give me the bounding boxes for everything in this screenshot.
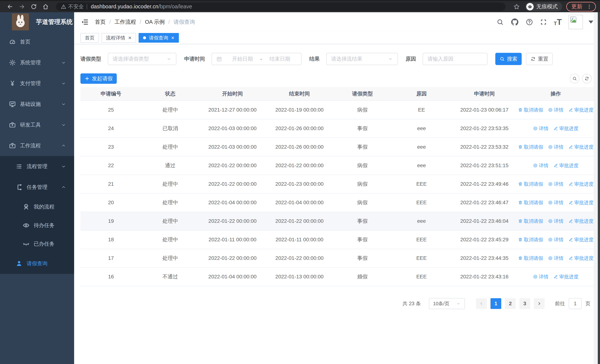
sidebar-item-payment[interactable]: 支付管理 bbox=[0, 73, 74, 94]
detail-link[interactable]: 详情 bbox=[533, 162, 548, 169]
tab-label: 请假查询 bbox=[149, 35, 168, 41]
tab-home[interactable]: 首页 bbox=[80, 33, 99, 43]
detail-link[interactable]: 详情 bbox=[548, 255, 563, 261]
sidebar-item-todo-task[interactable]: 待办任务 bbox=[0, 216, 74, 235]
detail-link[interactable]: 详情 bbox=[533, 274, 548, 280]
detail-link[interactable]: 详情 bbox=[548, 181, 563, 187]
sidebar-item-leave-query[interactable]: 请假查询 bbox=[0, 253, 74, 274]
cell-apply-id: 16 bbox=[80, 268, 141, 286]
sidebar-item-workflow[interactable]: 工作流程 bbox=[0, 135, 74, 156]
chevron-down-icon bbox=[456, 301, 461, 306]
browser-update-button[interactable]: 更新 bbox=[566, 2, 596, 11]
sidebar-item-infra[interactable]: 基础设施 bbox=[0, 94, 74, 114]
close-icon[interactable]: × bbox=[171, 35, 175, 41]
breadcrumb-oa-example[interactable]: OA 示例 bbox=[145, 18, 165, 26]
bookmark-star-icon[interactable] bbox=[513, 3, 520, 10]
sidebar-collapse-icon[interactable] bbox=[81, 18, 89, 26]
avatar[interactable] bbox=[569, 15, 583, 29]
sidebar-item-devtools[interactable]: 研发工具 bbox=[0, 114, 74, 135]
next-page-button[interactable] bbox=[534, 298, 544, 309]
github-icon[interactable] bbox=[510, 18, 519, 26]
cell-apply-time: 2022-01-22 23:43:16 bbox=[451, 268, 518, 286]
detail-link[interactable]: 详情 bbox=[548, 144, 563, 150]
url-divider bbox=[87, 4, 87, 9]
browser-back-icon[interactable] bbox=[7, 3, 13, 10]
address-bar[interactable]: 不安全 dashboard.yudao.iocoder.cn /bpm/oa/l… bbox=[56, 2, 506, 11]
tab-process-detail[interactable]: 流程详情× bbox=[102, 33, 136, 43]
cancel-leave-link[interactable]: 取消请假 bbox=[518, 181, 543, 187]
approval-progress-link[interactable]: 审批进度 bbox=[568, 236, 593, 243]
cancel-leave-link[interactable]: 取消请假 bbox=[518, 199, 543, 206]
approval-progress-link[interactable]: 审批进度 bbox=[568, 181, 593, 187]
detail-link[interactable]: 详情 bbox=[548, 236, 563, 243]
broken-image-icon bbox=[570, 16, 577, 23]
sidebar-item-label: 支付管理 bbox=[20, 80, 41, 87]
approval-progress-link[interactable]: 审批进度 bbox=[568, 199, 593, 206]
close-icon[interactable]: × bbox=[128, 35, 131, 41]
incognito-icon bbox=[526, 3, 534, 10]
reason-input[interactable]: 请输入原因 bbox=[423, 53, 488, 65]
help-icon[interactable] bbox=[526, 18, 533, 26]
leave-type-select[interactable]: 请选择请假类型 bbox=[108, 53, 176, 65]
font-size-icon[interactable]: TT bbox=[554, 18, 562, 26]
browser-reload-icon[interactable] bbox=[30, 3, 37, 10]
approval-progress-link[interactable]: 审批进度 bbox=[553, 162, 579, 169]
search-button[interactable]: 搜索 bbox=[495, 53, 522, 65]
cancel-leave-link[interactable]: 取消请假 bbox=[518, 236, 543, 243]
apply-time-range-picker[interactable]: 开始日期 - 结束日期 bbox=[212, 53, 301, 65]
fullscreen-icon[interactable] bbox=[540, 18, 547, 26]
cancel-leave-link[interactable]: 取消请假 bbox=[518, 107, 543, 113]
scrollbar-track[interactable] bbox=[594, 12, 598, 364]
approval-progress-link[interactable]: 审批进度 bbox=[553, 274, 579, 280]
reset-button[interactable]: 重置 bbox=[526, 53, 553, 65]
show-search-toggle-button[interactable] bbox=[570, 74, 580, 84]
page-button-2[interactable]: 2 bbox=[505, 298, 516, 309]
browser-home-icon[interactable] bbox=[42, 3, 49, 10]
list-icon bbox=[16, 163, 23, 170]
end-date-input[interactable]: 结束日期 bbox=[263, 56, 297, 63]
sidebar-item-my-process[interactable]: 我的流程 bbox=[0, 197, 74, 216]
approval-progress-link[interactable]: 审批进度 bbox=[568, 255, 593, 261]
goto-page-input[interactable]: 1 bbox=[569, 298, 582, 309]
page-button-1[interactable]: 1 bbox=[490, 298, 501, 309]
approval-progress-link[interactable]: 审批进度 bbox=[568, 107, 593, 113]
result-select[interactable]: 请选择流结果 bbox=[326, 53, 398, 65]
breadcrumb-separator: / bbox=[140, 19, 141, 25]
avatar-caret-icon[interactable] bbox=[589, 20, 593, 24]
browser-forward-icon[interactable] bbox=[19, 3, 25, 10]
sidebar-item-label: 系统管理 bbox=[20, 59, 41, 66]
breadcrumb-home[interactable]: 首页 bbox=[95, 18, 106, 26]
approval-progress-link[interactable]: 审批进度 bbox=[568, 218, 593, 224]
detail-link[interactable]: 详情 bbox=[548, 218, 563, 224]
approval-progress-link[interactable]: 审批进度 bbox=[553, 125, 579, 132]
detail-link[interactable]: 详情 bbox=[548, 107, 563, 113]
create-leave-button[interactable]: 发起请假 bbox=[80, 73, 117, 84]
app-logo-row[interactable]: 芋道管理系统 bbox=[0, 12, 74, 31]
sidebar-item-done-task[interactable]: 已办任务 bbox=[0, 235, 74, 253]
cell-apply-id: 18 bbox=[80, 231, 141, 249]
refresh-table-button[interactable] bbox=[582, 74, 592, 84]
sidebar-item-process-mgmt[interactable]: 流程管理 bbox=[0, 156, 74, 177]
pagination: 共 23 条 10条/页 123 前往 1 页 bbox=[80, 298, 594, 309]
cancel-leave-link[interactable]: 取消请假 bbox=[518, 218, 543, 224]
cell-status: 通过 bbox=[141, 156, 199, 175]
start-date-input[interactable]: 开始日期 bbox=[226, 56, 259, 63]
tab-leave-query[interactable]: 请假查询× bbox=[139, 33, 179, 43]
total-count-label: 共 23 条 bbox=[403, 300, 421, 307]
approval-progress-link[interactable]: 审批进度 bbox=[568, 144, 593, 150]
sidebar-item-system[interactable]: 系统管理 bbox=[0, 52, 74, 73]
page-size-select[interactable]: 10条/页 bbox=[429, 298, 465, 309]
sidebar-item-task-mgmt[interactable]: 任务管理 bbox=[0, 177, 74, 197]
cancel-leave-link[interactable]: 取消请假 bbox=[518, 144, 543, 150]
cell-end-time: 2022-01-26 00:00:00 bbox=[266, 138, 333, 156]
detail-link[interactable]: 详情 bbox=[533, 125, 548, 132]
prev-page-button[interactable] bbox=[476, 298, 487, 309]
page-button-3[interactable]: 3 bbox=[519, 298, 530, 309]
sidebar-item-home[interactable]: 首页 bbox=[0, 31, 74, 52]
cell-reason: EE bbox=[392, 101, 451, 119]
cancel-leave-link[interactable]: 取消请假 bbox=[518, 255, 543, 261]
breadcrumb-workflow[interactable]: 工作流程 bbox=[114, 18, 136, 26]
search-icon[interactable] bbox=[497, 18, 504, 26]
detail-link[interactable]: 详情 bbox=[548, 199, 563, 206]
breadcrumb-separator: / bbox=[109, 19, 111, 25]
